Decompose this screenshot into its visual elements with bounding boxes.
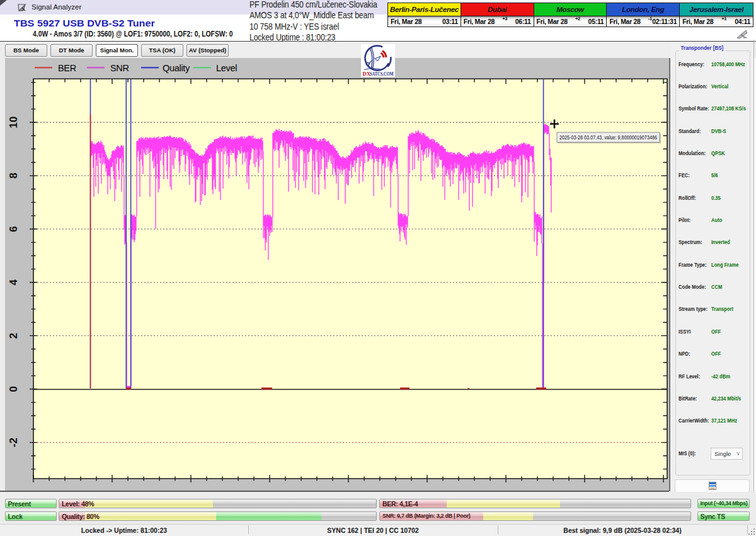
svg-text:6: 6 [8,226,20,231]
svg-text:8: 8 [8,173,20,178]
svg-text:-2: -2 [8,438,20,447]
svg-text:SATCS.COM: SATCS.COM [370,71,394,77]
svg-text:2025-03-28 03.07.43, value: 9,: 2025-03-28 03.07.43, value: 9,8000001907… [559,134,657,141]
svg-text:Level: Level [216,63,237,73]
svg-text:Quality: Quality [163,63,190,73]
svg-text:0: 0 [8,386,20,392]
svg-text:SNR: SNR [110,63,129,73]
svg-text:2: 2 [8,333,20,339]
svg-text:10: 10 [8,117,20,129]
svg-text:4: 4 [8,279,20,286]
svg-text:BER: BER [58,63,76,73]
